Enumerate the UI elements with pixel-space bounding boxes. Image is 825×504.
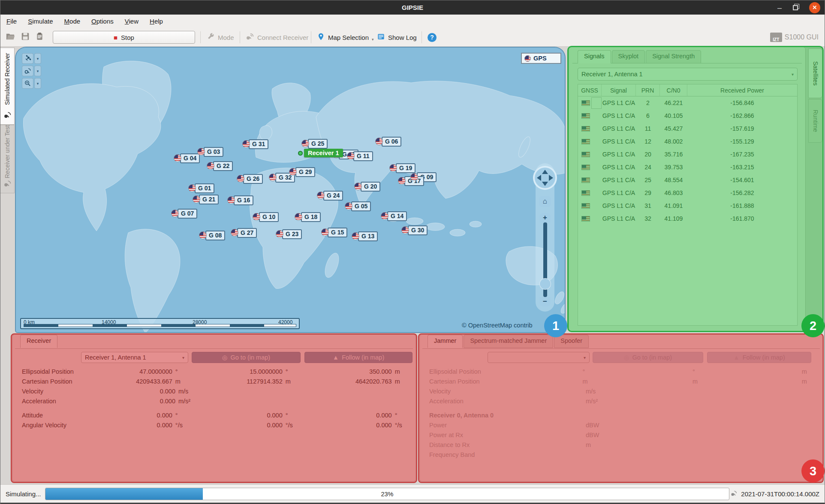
signal-row[interactable]: GPS L1 C/A2548.554-154.601 [578, 174, 797, 186]
clipboard-icon[interactable] [35, 32, 44, 43]
zoom-out-button[interactable]: − [539, 297, 551, 306]
menu-options[interactable]: Options [91, 18, 114, 25]
tab-receiver[interactable]: Receiver [20, 335, 57, 348]
map-marker-G-24[interactable]: G 24 [317, 192, 343, 200]
signal-row[interactable]: GPS L1 C/A2035.716-167.235 [578, 148, 797, 161]
close-button[interactable]: ✕ [809, 2, 820, 13]
marker-label: G 24 [323, 191, 343, 201]
map-marker-G-08[interactable]: G 08 [199, 231, 225, 240]
zoom-tool-button[interactable] [22, 78, 33, 89]
signal-row[interactable]: GPS L1 C/A2439.753-163.215 [578, 161, 797, 174]
signals-panel: Signals Skyplot Signal Strength Receiver… [569, 47, 806, 331]
stop-button[interactable]: ■ Stop [53, 31, 195, 44]
map-marker-G-14[interactable]: G 14 [381, 212, 407, 221]
chevron-down-icon: ▾ [584, 355, 586, 360]
receiver-follow-button[interactable]: ▲ Follow (in map) [304, 352, 412, 363]
help-button[interactable]: ? [428, 33, 437, 42]
info-row: Acceleration0.000m/s² [22, 396, 409, 406]
map-marker-G-22[interactable]: G 22 [207, 162, 233, 171]
map-marker-G-26[interactable]: G 26 [237, 175, 263, 183]
log-list-icon [377, 33, 385, 42]
satellite-tool-dropdown[interactable]: ▾ [34, 53, 41, 64]
zoom-slider-handle[interactable] [539, 278, 551, 290]
menu-view[interactable]: View [125, 18, 139, 25]
map-marker-G-07[interactable]: G 07 [171, 210, 197, 218]
map-marker-G-16[interactable]: G 16 [227, 196, 253, 205]
menu-help[interactable]: Help [150, 18, 163, 25]
tab-satellites[interactable]: Satellites [808, 48, 822, 98]
map-marker-G-23[interactable]: G 23 [276, 230, 302, 239]
map-marker-G-20[interactable]: G 20 [354, 183, 380, 191]
menu-file[interactable]: File [6, 18, 17, 25]
signal-row[interactable]: GPS L1 C/A1248.002-155.129 [578, 135, 797, 148]
open-file-icon[interactable] [6, 32, 15, 43]
tab-simulated-receiver[interactable]: Simulated Receiver [0, 48, 15, 125]
antenna-tool-dropdown[interactable]: ▾ [34, 66, 41, 76]
pan-up-icon[interactable] [542, 170, 548, 174]
signal-row[interactable]: GPS L1 C/A2946.803-156.282 [578, 186, 797, 199]
zoom-tool-dropdown[interactable]: ▾ [34, 78, 41, 89]
connect-receiver-button[interactable]: Connect Receiver [246, 28, 308, 47]
signal-row[interactable]: GPS L1 C/A3241.109-161.870 [578, 212, 797, 225]
map-marker-G-27[interactable]: G 27 [231, 229, 257, 237]
signal-row[interactable]: GPS L1 C/A1145.427-157.619 [578, 122, 797, 135]
map-marker-G-01[interactable]: G 01 [188, 184, 214, 193]
gps-legend-button[interactable]: GPS [521, 53, 561, 64]
world-map[interactable]: G 31G 25G 06G 03G 04G 12G 11G 22G 29G 19… [15, 47, 566, 333]
show-log-button[interactable]: Show Log [377, 28, 417, 47]
tab-signal-strength[interactable]: Signal Strength [646, 50, 701, 63]
pan-right-icon[interactable] [549, 175, 553, 181]
menu-mode[interactable]: Mode [64, 18, 81, 25]
tab-receiver-under-test[interactable]: Receiver under Test [0, 125, 15, 193]
pan-left-icon[interactable] [537, 175, 541, 181]
map-marker-G-31[interactable]: G 31 [242, 140, 268, 149]
receiver-goto-button[interactable]: ◎ Go to (in map) [192, 352, 301, 363]
izt-logo: IZT [770, 33, 782, 42]
signals-receiver-select[interactable]: Receiver 1, Antenna 1 ▾ [578, 68, 798, 81]
map-marker-G-10[interactable]: G 10 [253, 213, 279, 222]
receiver-marker[interactable]: Receiver 1 [298, 149, 343, 157]
mode-button[interactable]: Mode [206, 28, 234, 47]
map-marker-G-03[interactable]: G 03 [197, 148, 223, 156]
marker-label: G 20 [361, 182, 380, 192]
map-pan-compass[interactable] [533, 166, 557, 190]
jammer-select[interactable]: ▾ [488, 352, 590, 363]
map-marker-G-18[interactable]: G 18 [295, 213, 321, 222]
tab-runtime[interactable]: Runtime [808, 99, 822, 143]
map-marker-G-06[interactable]: G 06 [375, 138, 401, 146]
signal-row[interactable]: GPS L1 C/A246.221-156.846 [578, 96, 797, 109]
map-marker-G-19[interactable]: G 19 [389, 164, 416, 173]
map-marker-G-30[interactable]: G 30 [401, 226, 428, 235]
signal-row[interactable]: GPS L1 C/A3141.091-161.888 [578, 199, 797, 212]
stop-icon: ■ [114, 34, 117, 41]
antenna-tool-button[interactable] [22, 66, 33, 76]
jammer-follow-button[interactable]: ▲ Follow (in map) [707, 352, 811, 363]
map-marker-G-13[interactable]: G 13 [352, 232, 378, 241]
map-marker-G-15[interactable]: G 15 [321, 228, 347, 237]
satellite-tool-button[interactable] [22, 53, 33, 64]
tab-jammer[interactable]: Jammer [428, 335, 463, 348]
zoom-in-button[interactable]: + [539, 213, 551, 222]
map-marker-G-21[interactable]: G 21 [193, 195, 219, 204]
tab-signals[interactable]: Signals [578, 50, 611, 63]
map-marker-G-25[interactable]: G 25 [301, 140, 328, 148]
map-marker-G-05[interactable]: G 05 [345, 202, 371, 211]
pan-down-icon[interactable] [542, 182, 548, 186]
us-flag-icon [410, 173, 418, 181]
signal-row[interactable]: GPS L1 C/A640.105-162.866 [578, 109, 797, 122]
map-home-button[interactable]: ⌂ [539, 196, 551, 207]
map-marker-G-29[interactable]: G 29 [289, 168, 315, 177]
map-marker-G-11[interactable]: G 11 [347, 152, 373, 161]
tab-spectrum-matched-jammer[interactable]: Spectrum-matched Jammer [464, 335, 553, 348]
receiver-antenna-select[interactable]: Receiver 1, Antenna 1 ▾ [81, 352, 188, 363]
tab-skyplot[interactable]: Skyplot [612, 50, 645, 63]
minimize-button[interactable]: – [777, 6, 782, 10]
maximize-button[interactable] [793, 5, 798, 10]
save-icon[interactable] [21, 32, 30, 43]
info-row: Velocitym/s [429, 386, 816, 396]
map-selection-button[interactable]: Map Selection ▾ [317, 28, 374, 47]
menu-simulate[interactable]: Simulate [28, 18, 53, 25]
map-marker-G-04[interactable]: G 04 [174, 154, 200, 163]
simulation-progress-bar: 23% [45, 488, 729, 500]
jammer-goto-button[interactable]: ◎ Go to (in map) [593, 352, 703, 363]
